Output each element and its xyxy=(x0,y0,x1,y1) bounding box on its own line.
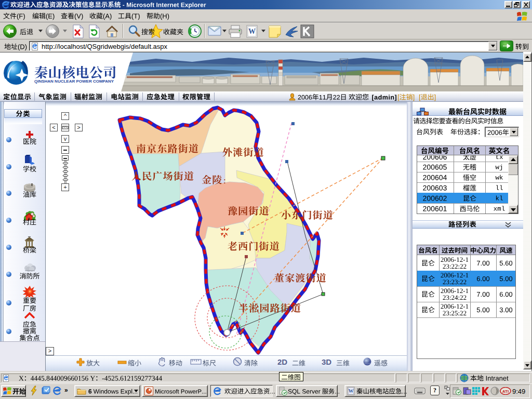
svg-text:ATI: ATI xyxy=(502,389,509,394)
svg-text:W: W xyxy=(349,388,354,394)
svg-text:W: W xyxy=(248,28,256,35)
